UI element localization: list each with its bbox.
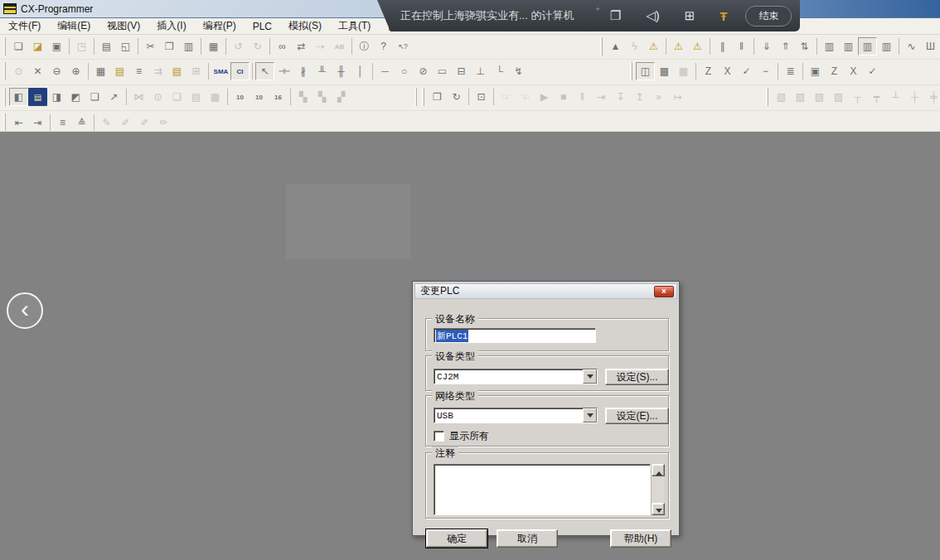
new-coil-button[interactable]: ○ [395,62,414,80]
replace-all-button[interactable]: AB [330,37,349,56]
step-run-button[interactable]: ⇥ [592,88,611,106]
new-contact-button[interactable]: ⊣⊢ [274,62,293,80]
rack-program-button[interactable]: ▥ [877,37,896,56]
view-mnemonics-button[interactable]: SMA [211,62,230,80]
mnemonic-window-button[interactable]: ◨ [47,88,66,106]
grid-button[interactable]: ▦ [91,62,110,80]
close-icon[interactable]: × [654,286,674,297]
help-button[interactable]: 帮助(H) [610,529,671,548]
menu-item-simulation[interactable]: 模拟(S) [280,17,330,35]
help-button[interactable]: ? [374,37,393,56]
new-file-button[interactable]: ❏ [9,37,28,56]
print-button[interactable]: ▤ [97,37,116,56]
rung-move-button[interactable]: ≙ [72,113,91,132]
cancel-button[interactable]: 取消 [497,529,558,548]
menu-item-plc[interactable]: PLC [245,19,280,34]
io-table-button[interactable]: ▦ [206,88,225,106]
toolbar-grip[interactable] [3,88,6,106]
back-overlay-button[interactable]: ‹ [7,292,43,329]
device-type-combobox[interactable]: CJ2M [434,369,598,384]
online-edit-caution-button[interactable]: ⚠ [669,37,688,56]
horizontal-line-button[interactable]: ─ [376,62,395,80]
online-edit-transfer-button[interactable]: ❐ [428,88,447,106]
end-session-button[interactable]: 结束 [745,6,792,27]
pin-icon[interactable]: + [595,5,599,13]
watch-window-button[interactable]: Z [825,62,844,80]
scroll-down-icon[interactable] [652,503,665,515]
view-ci-button[interactable]: CI [230,62,250,80]
compare-with-plc-button[interactable]: ⇅ [795,37,814,56]
find-in-project-button[interactable]: ⇢ [311,37,330,56]
find-button[interactable]: ∞ [273,37,292,56]
sampling-1-button[interactable]: ✐ [116,113,135,132]
ladder-edit-button[interactable]: ▤ [110,62,129,80]
rung-wrap-button[interactable]: ▤ [167,62,187,80]
fullscreen-icon[interactable]: ❐ [610,8,621,23]
toolbar-grip[interactable] [3,37,6,56]
cut-button[interactable]: ✂ [141,37,160,56]
memory-view-2-button[interactable]: ▧ [791,88,810,106]
work-online-button[interactable]: ▲ [606,37,625,56]
toolbar-grip[interactable] [3,113,6,132]
online-find-caution-button[interactable]: ⚠ [644,37,663,56]
monitoring-button[interactable]: ϟ [625,37,644,56]
network-type-combobox[interactable]: USB [434,408,598,423]
memory-view-1-button[interactable]: ▧ [772,88,791,106]
memory-view-3-button[interactable]: ▨ [810,88,829,106]
toolbar-grip[interactable] [600,37,603,56]
watch-sleep-button[interactable]: Z [699,62,718,80]
comment-scrollbar[interactable] [651,464,664,515]
outdent-button[interactable]: ⇤ [9,113,28,132]
device-settings-button[interactable]: 设定(S)... [605,369,669,385]
context-help-button[interactable]: ↖? [393,37,412,56]
comment-textarea[interactable] [434,464,651,515]
section-list-button[interactable]: ▤ [187,88,206,106]
page-preview-button[interactable]: ◳ [72,37,91,56]
new-or-closed-contact-button[interactable]: ╫ [332,62,351,80]
step-in-button[interactable]: ↧ [611,88,630,106]
symbols-table-button[interactable]: ▩ [655,62,674,80]
about-info-button[interactable]: ⓘ [355,37,374,56]
zoom-fit-button[interactable]: ⊙ [9,62,28,80]
menu-item-view[interactable]: 视图(V) [99,17,148,35]
toolbar-grip[interactable] [3,62,6,80]
sim-run-button[interactable]: ▶ [535,88,554,106]
rack-settings-button[interactable]: ▥ [839,37,858,56]
network-view-4-button[interactable]: ┼ [905,88,924,106]
pause-monitoring-button[interactable]: ∥ [713,37,732,56]
network-view-3-button[interactable]: ┴ [886,88,905,106]
monitor-decimal-button[interactable]: 10 [230,88,250,106]
replace-button[interactable]: ⇄ [292,37,311,56]
sampling-2-button[interactable]: ✐ [135,113,154,132]
print-preview-button[interactable]: ◱ [116,37,135,56]
monitor-signed-decimal-button[interactable]: 10 [250,88,269,106]
project-tree-button[interactable]: ≣ [781,62,800,80]
force-on-button[interactable]: ▚ [293,88,313,106]
scroll-up-icon[interactable] [652,464,665,476]
transfer-caution-button[interactable]: ⚠ [688,37,707,56]
main-window-button[interactable]: ◧ [9,88,28,106]
vertical-line-button[interactable]: │ [351,62,370,80]
rack-io-table-button[interactable]: ▥ [820,37,839,56]
cross-reference-button[interactable]: ⋈ [129,88,148,106]
menu-item-insert[interactable]: 插入(I) [148,17,194,35]
local-symbols-button[interactable]: ❏ [167,88,187,106]
function-block-call-button[interactable]: ⊥ [471,62,490,80]
select-tool-button[interactable]: ↖ [255,62,274,80]
toolbar-grip[interactable] [414,88,417,106]
symbol-window-button[interactable]: ◩ [66,88,85,106]
monitor-hex-button[interactable]: 16 [269,88,288,106]
step-out-button[interactable]: ↥ [630,88,649,106]
delete-comment-button[interactable]: ✏ [154,113,173,132]
new-instruction-button[interactable]: ▭ [433,62,452,80]
simulator-connect-button[interactable]: ⊡ [472,88,491,106]
show-all-checkbox[interactable] [434,431,444,442]
network-view-1-button[interactable]: ┬ [848,88,867,106]
split-window-icon[interactable]: ⊞ [685,8,695,23]
data-trace-button[interactable]: Ш [921,37,940,56]
plc-memory-button[interactable]: ⊙ [148,88,167,106]
zoom-region-button[interactable]: ✕ [28,62,47,80]
paste-extended-button[interactable]: ▦ [204,37,223,56]
force-cancel-button[interactable]: ▞ [332,88,351,106]
menu-item-edit[interactable]: 编辑(E) [49,17,99,35]
